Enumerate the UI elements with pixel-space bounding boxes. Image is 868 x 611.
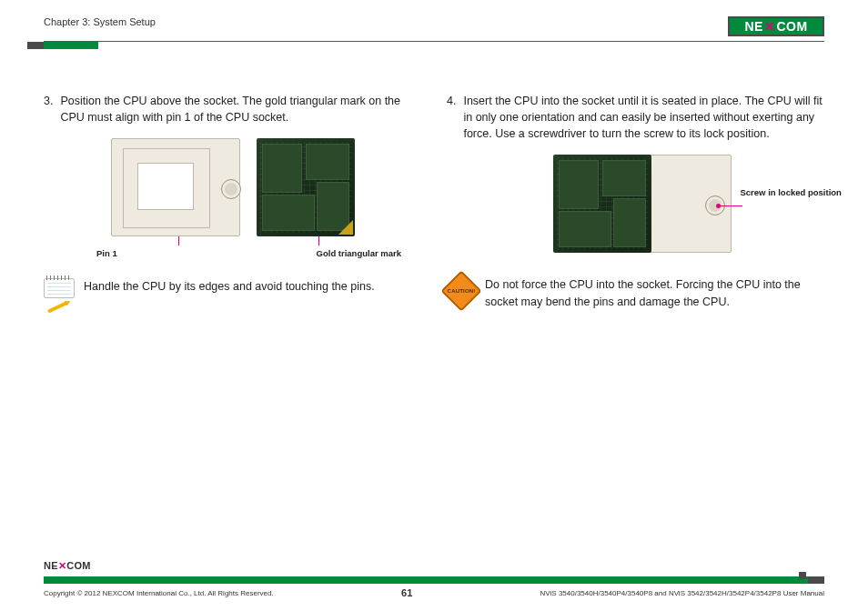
footer-logo: NE✕COM (44, 560, 91, 572)
caution-text: Do not force the CPU into the socket. Fo… (485, 276, 824, 309)
header: Chapter 3: System Setup NE ✕ COM (44, 16, 824, 53)
logo-x-icon: ✕ (763, 19, 777, 34)
footer-accent-bar (44, 576, 824, 584)
screw-callout: Screw in locked position (741, 187, 850, 197)
note-text: Handle the CPU by its edges and avoid to… (84, 278, 375, 295)
cpu-chip-illustration (257, 138, 355, 236)
caution-note: CAUTION! Do not force the CPU into the s… (447, 276, 824, 309)
step-number: 4. (447, 93, 456, 142)
notepad-icon (44, 278, 75, 306)
cpu-in-socket-illustration: Screw in locked position (540, 155, 732, 253)
figure-labels: Pin 1 Gold triangular mark (44, 242, 421, 264)
handling-note: Handle the CPU by its edges and avoid to… (44, 278, 421, 306)
header-divider (44, 41, 824, 42)
step-number: 3. (44, 93, 53, 125)
caution-icon: CAUTION! (447, 276, 476, 306)
step-text: Position the CPU above the socket. The g… (60, 93, 421, 125)
logo-text-left: NE (744, 19, 762, 34)
logo-text-right: COM (776, 19, 807, 34)
pointer-line-icon (318, 236, 319, 245)
footer-logo-x-icon: ✕ (58, 560, 66, 571)
footer-logo-pre: NE (44, 560, 58, 571)
footer-row: Copyright © 2012 NEXCOM International Co… (44, 587, 824, 598)
cpu-socket-illustration (111, 138, 240, 236)
header-tab-accent (44, 42, 98, 49)
gold-triangle-icon (338, 220, 353, 235)
chapter-label: Chapter 3: System Setup (44, 16, 156, 27)
content-columns: 3. Position the CPU above the socket. Th… (44, 93, 824, 310)
step-text: Insert the CPU into the socket until it … (463, 93, 824, 142)
pointer-line-icon (178, 236, 179, 245)
figure-row-left (44, 138, 421, 236)
step-4: 4. Insert the CPU into the socket until … (447, 93, 824, 142)
document-title: NViS 3540/3540H/3540P4/3540P8 and NViS 3… (540, 589, 824, 597)
right-column: 4. Insert the CPU into the socket until … (447, 93, 824, 310)
figure-row-right: Screw in locked position (447, 155, 824, 253)
copyright-text: Copyright © 2012 NEXCOM International Co… (44, 589, 274, 597)
pin1-caption: Pin 1 (96, 247, 117, 260)
brand-logo: NE ✕ COM (728, 16, 824, 36)
left-column: 3. Position the CPU above the socket. Th… (44, 93, 421, 310)
footer: NE✕COM Copyright © 2012 NEXCOM Internati… (44, 576, 824, 598)
page-number: 61 (401, 587, 412, 598)
footer-logo-post: COM (66, 560, 91, 571)
screw-knob-icon (221, 179, 241, 199)
caution-badge-text: CAUTION! (448, 287, 476, 295)
gold-mark-caption: Gold triangular mark (317, 247, 401, 260)
page: Chapter 3: System Setup NE ✕ COM 3. Posi… (0, 0, 868, 611)
step-3: 3. Position the CPU above the socket. Th… (44, 93, 421, 125)
callout-line-icon (717, 205, 742, 206)
